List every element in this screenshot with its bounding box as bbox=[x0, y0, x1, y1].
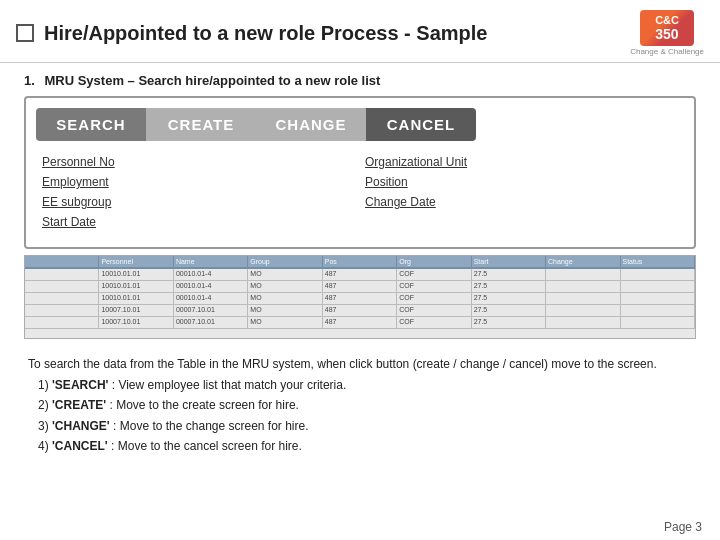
field-ee-subgroup[interactable]: EE subgroup bbox=[42, 195, 355, 209]
list-item-create: 2) 'CREATE' : Move to the create screen … bbox=[38, 396, 692, 415]
create-button[interactable]: CREATE bbox=[146, 108, 256, 141]
field-start-date[interactable]: Start Date bbox=[42, 215, 355, 229]
field-position[interactable]: Position bbox=[365, 175, 678, 189]
list-key-cancel: 'CANCEL' bbox=[52, 439, 108, 453]
description-area: To search the data from the Table in the… bbox=[24, 349, 696, 461]
th-1: Personnel bbox=[99, 256, 173, 267]
list-key-search: 'SEARCH' bbox=[52, 378, 108, 392]
page-number: Page 3 bbox=[664, 520, 702, 534]
list-text-change: : Move to the change screen for hire. bbox=[113, 419, 308, 433]
document-icon bbox=[16, 24, 34, 42]
list-item-cancel: 4) 'CANCEL' : Move to the cancel screen … bbox=[38, 437, 692, 456]
change-button[interactable]: CHANGE bbox=[256, 108, 366, 141]
desc-list: 1) 'SEARCH' : View employee list that ma… bbox=[28, 376, 692, 456]
field-personnel-no[interactable]: Personnel No bbox=[42, 155, 355, 169]
search-button[interactable]: SEARCH bbox=[36, 108, 146, 141]
th-8: Status bbox=[621, 256, 695, 267]
main-box: SEARCH CREATE CHANGE CANCEL Personnel No… bbox=[24, 96, 696, 249]
fields-right-col: Organizational Unit Position Change Date bbox=[365, 155, 678, 229]
page-header: Hire/Appointed to a new role Process - S… bbox=[0, 0, 720, 63]
table-row: 10007.10.01 00007.10.01 MO 487 COF 27.5 bbox=[25, 305, 695, 317]
list-num-4: 4) bbox=[38, 439, 49, 453]
field-employment[interactable]: Employment bbox=[42, 175, 355, 189]
logo-box: C&C350 bbox=[640, 10, 694, 46]
page-footer: Page 3 bbox=[664, 520, 702, 534]
table-row: 10010.01.01 00010.01-4 MO 487 COF 27.5 bbox=[25, 293, 695, 305]
list-item-search: 1) 'SEARCH' : View employee list that ma… bbox=[38, 376, 692, 395]
fields-left-col: Personnel No Employment EE subgroup Star… bbox=[42, 155, 355, 229]
logo: C&C350 Change & Challenge bbox=[630, 10, 704, 56]
list-num-3: 3) bbox=[38, 419, 49, 433]
table-header-row: Personnel Name Group Pos Org Start Chang… bbox=[25, 256, 695, 269]
list-num-2: 2) bbox=[38, 398, 49, 412]
field-change-date[interactable]: Change Date bbox=[365, 195, 678, 209]
logo-sub: Change & Challenge bbox=[630, 47, 704, 56]
th-3: Group bbox=[248, 256, 322, 267]
th-4: Pos bbox=[323, 256, 397, 267]
th-0 bbox=[25, 256, 99, 267]
list-text-cancel: : Move to the cancel screen for hire. bbox=[111, 439, 302, 453]
buttons-row: SEARCH CREATE CHANGE CANCEL bbox=[36, 108, 684, 141]
logo-text: C&C350 bbox=[655, 14, 679, 42]
list-item-change: 3) 'CHANGE' : Move to the change screen … bbox=[38, 417, 692, 436]
table-row: 10007.10.01 00007.10.01 MO 487 COF 27.5 bbox=[25, 317, 695, 329]
table-overlay: Personnel Name Group Pos Org Start Chang… bbox=[25, 256, 695, 338]
content-area: 1. MRU System – Search hire/appointed to… bbox=[0, 63, 720, 469]
list-text-search: : View employee list that match your cri… bbox=[112, 378, 347, 392]
step-text: MRU System – Search hire/appointed to a … bbox=[44, 73, 380, 88]
desc-intro: To search the data from the Table in the… bbox=[28, 355, 692, 374]
th-7: Change bbox=[546, 256, 620, 267]
cancel-button[interactable]: CANCEL bbox=[366, 108, 476, 141]
list-text-create: : Move to the create screen for hire. bbox=[110, 398, 299, 412]
th-6: Start bbox=[472, 256, 546, 267]
step-number: 1. bbox=[24, 73, 35, 88]
step-label: 1. MRU System – Search hire/appointed to… bbox=[24, 73, 696, 88]
th-2: Name bbox=[174, 256, 248, 267]
th-5: Org bbox=[397, 256, 471, 267]
field-org-unit[interactable]: Organizational Unit bbox=[365, 155, 678, 169]
table-preview: Personnel Name Group Pos Org Start Chang… bbox=[24, 255, 696, 339]
list-key-change: 'CHANGE' bbox=[52, 419, 110, 433]
table-row: 10010.01.01 00010.01-4 MO 487 COF 27.5 bbox=[25, 281, 695, 293]
list-key-create: 'CREATE' bbox=[52, 398, 106, 412]
fields-area: Personnel No Employment EE subgroup Star… bbox=[36, 151, 684, 233]
page-title: Hire/Appointed to a new role Process - S… bbox=[44, 22, 630, 45]
list-num-1: 1) bbox=[38, 378, 49, 392]
table-row: 10010.01.01 00010.01-4 MO 487 COF 27.5 bbox=[25, 269, 695, 281]
